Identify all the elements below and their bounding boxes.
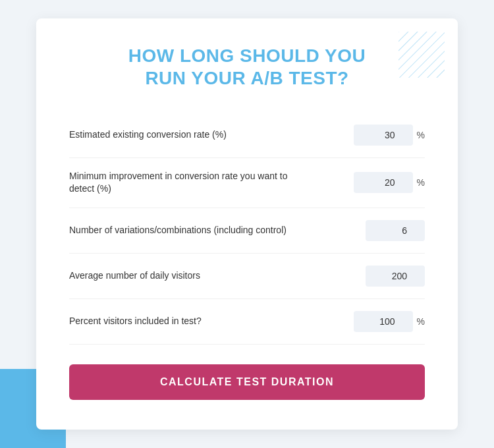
- label-conversion-rate: Estimated existing conversion rate (%): [69, 128, 227, 142]
- form-row-variations: Number of variations/combinations (inclu…: [69, 208, 425, 254]
- form-fields: Estimated existing conversion rate (%) %…: [69, 113, 425, 345]
- form-row-daily-visitors: Average number of daily visitors: [69, 254, 425, 299]
- label-variations: Number of variations/combinations (inclu…: [69, 224, 287, 237]
- percent-sign-min-improvement: %: [417, 177, 425, 188]
- percent-sign-percent-visitors: %: [417, 316, 425, 327]
- form-row-min-improvement: Minimum improvement in conversion rate y…: [69, 158, 425, 208]
- input-group-variations: [366, 220, 425, 241]
- input-group-conversion-rate: %: [354, 125, 425, 146]
- input-min-improvement[interactable]: [354, 172, 413, 193]
- input-percent-visitors[interactable]: [354, 311, 413, 332]
- calculate-button[interactable]: CALCULATE TEST DURATION: [69, 364, 425, 400]
- input-variations[interactable]: [366, 220, 425, 241]
- svg-rect-1: [398, 32, 445, 78]
- input-conversion-rate[interactable]: [354, 125, 413, 146]
- label-daily-visitors: Average number of daily visitors: [69, 269, 200, 283]
- input-group-percent-visitors: %: [354, 311, 425, 332]
- form-row-conversion-rate: Estimated existing conversion rate (%) %: [69, 113, 425, 158]
- label-min-improvement: Minimum improvement in conversion rate y…: [69, 170, 306, 196]
- decorative-lines: [398, 32, 445, 78]
- form-row-percent-visitors: Percent visitors included in test? %: [69, 299, 425, 345]
- label-percent-visitors: Percent visitors included in test?: [69, 315, 202, 328]
- percent-sign-conversion-rate: %: [417, 130, 425, 140]
- main-card: HOW LONG SHOULD YOU RUN YOUR A/B TEST? E…: [36, 18, 458, 429]
- input-daily-visitors[interactable]: [366, 266, 425, 287]
- input-group-daily-visitors: [366, 266, 425, 287]
- input-group-min-improvement: %: [354, 172, 425, 193]
- page-title: HOW LONG SHOULD YOU RUN YOUR A/B TEST?: [69, 45, 425, 89]
